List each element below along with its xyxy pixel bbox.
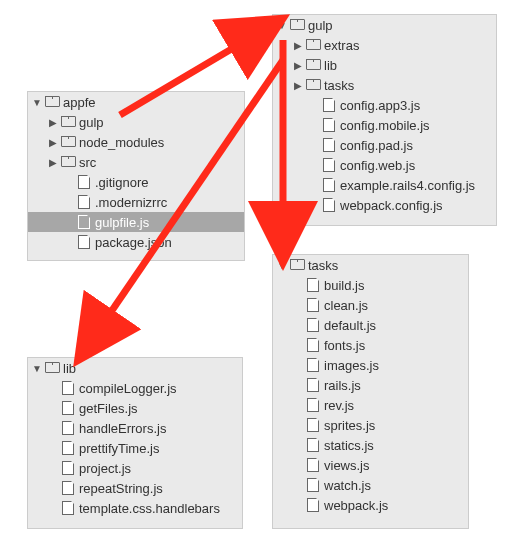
folder-icon xyxy=(60,115,76,129)
file-icon xyxy=(305,377,321,394)
disclosure-triangle-icon[interactable]: ▶ xyxy=(293,60,303,71)
file-icon xyxy=(60,500,76,517)
tree-file-statics[interactable]: statics.js xyxy=(273,435,468,455)
file-icon xyxy=(305,437,321,454)
file-icon xyxy=(321,117,337,134)
tree-file-example-rails4[interactable]: example.rails4.config.js xyxy=(273,175,496,195)
file-icon xyxy=(305,357,321,374)
folder-icon xyxy=(305,58,321,72)
item-label: handleErrors.js xyxy=(79,421,166,436)
tree-file-webpack-config[interactable]: webpack.config.js xyxy=(273,195,496,215)
tree-file-handleerrors[interactable]: handleErrors.js xyxy=(28,418,242,438)
file-icon xyxy=(60,380,76,397)
item-label: template.css.handlebars xyxy=(79,501,220,516)
item-label: project.js xyxy=(79,461,131,476)
item-label: prettifyTime.js xyxy=(79,441,159,456)
item-label: gulp xyxy=(79,115,104,130)
disclosure-triangle-icon[interactable]: ▼ xyxy=(277,260,287,271)
item-label: config.app3.js xyxy=(340,98,420,113)
file-icon xyxy=(305,277,321,294)
disclosure-triangle-icon[interactable]: ▶ xyxy=(48,157,58,168)
disclosure-triangle-icon[interactable]: ▼ xyxy=(32,97,42,108)
tree-file-package-json[interactable]: package.json xyxy=(28,232,244,252)
tree-file-config-app3[interactable]: config.app3.js xyxy=(273,95,496,115)
tree-folder-lib[interactable]: ▶lib xyxy=(273,55,496,75)
tree-folder-extras[interactable]: ▶extras xyxy=(273,35,496,55)
item-label: lib xyxy=(324,58,337,73)
tree-folder-gulp[interactable]: ▶gulp xyxy=(28,112,244,132)
tree-file-getfiles[interactable]: getFiles.js xyxy=(28,398,242,418)
tree-file-watch[interactable]: watch.js xyxy=(273,475,468,495)
tree-file-template-handlebars[interactable]: template.css.handlebars xyxy=(28,498,242,518)
item-label: src xyxy=(79,155,96,170)
folder-icon xyxy=(289,18,305,32)
item-label: .modernizrrc xyxy=(95,195,167,210)
folder-icon xyxy=(44,361,60,375)
tree-file-config-pad[interactable]: config.pad.js xyxy=(273,135,496,155)
disclosure-triangle-icon[interactable]: ▼ xyxy=(32,363,42,374)
file-icon xyxy=(76,194,92,211)
folder-icon xyxy=(305,38,321,52)
tree-folder-node-modules[interactable]: ▶node_modules xyxy=(28,132,244,152)
file-icon xyxy=(305,477,321,494)
item-label: images.js xyxy=(324,358,379,373)
file-icon xyxy=(305,397,321,414)
file-icon xyxy=(305,417,321,434)
tree-file-modernizrrc[interactable]: .modernizrrc xyxy=(28,192,244,212)
disclosure-triangle-icon[interactable]: ▶ xyxy=(293,80,303,91)
tree-file-config-mobile[interactable]: config.mobile.js xyxy=(273,115,496,135)
tree-folder-src[interactable]: ▶src xyxy=(28,152,244,172)
tree-file-rev[interactable]: rev.js xyxy=(273,395,468,415)
item-label: statics.js xyxy=(324,438,374,453)
file-icon xyxy=(305,297,321,314)
tree-panel-appfe: ▼appfe▶gulp▶node_modules▶src.gitignore.m… xyxy=(27,91,245,261)
tree-file-project[interactable]: project.js xyxy=(28,458,242,478)
folder-icon xyxy=(305,78,321,92)
tree-file-prettifytime[interactable]: prettifyTime.js xyxy=(28,438,242,458)
tree-folder-lib-root[interactable]: ▼lib xyxy=(28,358,242,378)
item-label: fonts.js xyxy=(324,338,365,353)
tree-file-gulpfile[interactable]: gulpfile.js xyxy=(28,212,244,232)
file-icon xyxy=(60,400,76,417)
item-label: appfe xyxy=(63,95,96,110)
item-label: gulp xyxy=(308,18,333,33)
item-label: sprites.js xyxy=(324,418,375,433)
file-icon xyxy=(76,214,92,231)
file-icon xyxy=(305,497,321,514)
tree-folder-appfe[interactable]: ▼appfe xyxy=(28,92,244,112)
tree-file-clean[interactable]: clean.js xyxy=(273,295,468,315)
file-icon xyxy=(321,97,337,114)
file-icon xyxy=(60,460,76,477)
disclosure-triangle-icon[interactable]: ▼ xyxy=(277,20,287,31)
tree-folder-gulp-root[interactable]: ▼gulp xyxy=(273,15,496,35)
tree-file-webpack[interactable]: webpack.js xyxy=(273,495,468,515)
tree-folder-tasks-root[interactable]: ▼tasks xyxy=(273,255,468,275)
item-label: config.mobile.js xyxy=(340,118,430,133)
tree-file-config-web[interactable]: config.web.js xyxy=(273,155,496,175)
disclosure-triangle-icon[interactable]: ▶ xyxy=(293,40,303,51)
file-icon xyxy=(305,457,321,474)
item-label: rev.js xyxy=(324,398,354,413)
tree-file-build[interactable]: build.js xyxy=(273,275,468,295)
item-label: gulpfile.js xyxy=(95,215,149,230)
tree-file-fonts[interactable]: fonts.js xyxy=(273,335,468,355)
tree-file-views[interactable]: views.js xyxy=(273,455,468,475)
tree-file-gitignore[interactable]: .gitignore xyxy=(28,172,244,192)
disclosure-triangle-icon[interactable]: ▶ xyxy=(48,117,58,128)
item-label: package.json xyxy=(95,235,172,250)
tree-folder-tasks[interactable]: ▶tasks xyxy=(273,75,496,95)
file-icon xyxy=(321,197,337,214)
disclosure-triangle-icon[interactable]: ▶ xyxy=(48,137,58,148)
item-label: webpack.config.js xyxy=(340,198,443,213)
tree-file-rails[interactable]: rails.js xyxy=(273,375,468,395)
tree-file-repeatstring[interactable]: repeatString.js xyxy=(28,478,242,498)
item-label: compileLogger.js xyxy=(79,381,177,396)
tree-file-sprites[interactable]: sprites.js xyxy=(273,415,468,435)
file-icon xyxy=(60,480,76,497)
item-label: repeatString.js xyxy=(79,481,163,496)
tree-file-default[interactable]: default.js xyxy=(273,315,468,335)
tree-file-compilelogger[interactable]: compileLogger.js xyxy=(28,378,242,398)
file-icon xyxy=(305,317,321,334)
file-icon xyxy=(321,137,337,154)
tree-file-images[interactable]: images.js xyxy=(273,355,468,375)
